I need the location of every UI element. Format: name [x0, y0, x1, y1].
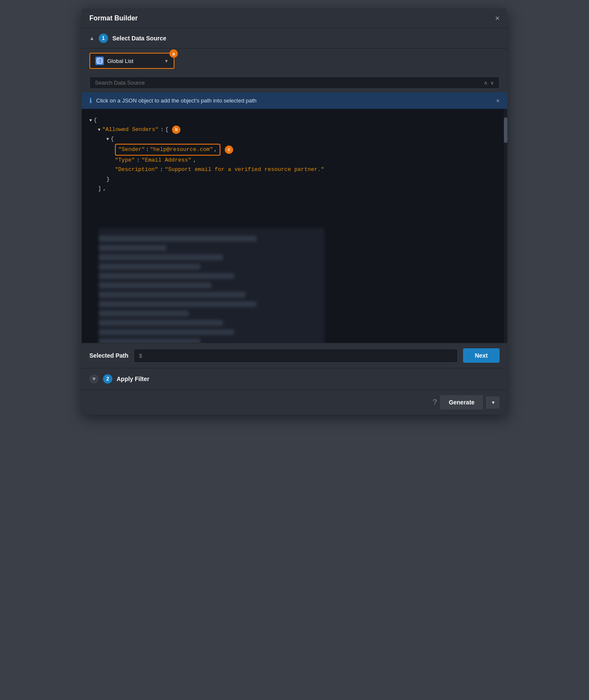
json-colon-allowed-senders: :: [160, 125, 164, 134]
global-list-icon: [95, 57, 104, 65]
collapse-allowed-senders-icon[interactable]: ▼: [98, 126, 100, 134]
json-key-sender: "Sender": [118, 145, 145, 154]
path-input[interactable]: [134, 349, 458, 363]
selected-path-footer: Selected Path Next: [82, 343, 507, 368]
json-line-description[interactable]: "Description" : "Support email for a ver…: [89, 165, 500, 174]
generate-button[interactable]: Generate: [440, 395, 483, 410]
search-area: ∧ ∨: [82, 73, 507, 92]
next-button[interactable]: Next: [463, 348, 500, 363]
search-bar: ∧ ∨: [89, 77, 500, 89]
section1-toggle[interactable]: ▲: [89, 35, 94, 41]
json-key-allowed-senders: "Allowed Senders": [102, 125, 159, 134]
section2-collapse-icon: ▼: [91, 376, 97, 382]
step2-badge: 2: [103, 374, 112, 384]
json-inner-bracket: {: [111, 134, 114, 144]
json-root-bracket: {: [94, 116, 97, 125]
json-line-close-inner: }: [89, 175, 500, 184]
badge-c: c: [225, 145, 233, 154]
dialog-title: Format Builder: [89, 14, 138, 22]
dropdown-arrow-icon: ▼: [164, 59, 169, 63]
generate-dropdown-button[interactable]: ▼: [486, 396, 500, 409]
json-colon-description: :: [160, 165, 163, 174]
section2-toggle[interactable]: ▼: [89, 374, 99, 384]
collapse-inner-icon[interactable]: ▼: [106, 136, 109, 143]
json-bracket-array-open: [: [165, 125, 169, 134]
json-comma-array: ,: [103, 184, 106, 193]
collapse-root-icon[interactable]: ▼: [89, 117, 92, 124]
json-key-type: "Type": [115, 156, 135, 165]
json-array-close-bracket: ]: [98, 184, 101, 193]
json-line-sender[interactable]: "Sender" : "help@resource.com" , c: [89, 144, 500, 156]
json-comma-type: ,: [193, 156, 197, 165]
dialog-footer: ? Generate ▼: [82, 390, 507, 415]
dialog-header: Format Builder ×: [82, 9, 507, 28]
badge-b: b: [172, 125, 180, 134]
blurred-content: [99, 228, 324, 343]
info-banner: ℹ Click on a JSON object to add the obje…: [82, 92, 507, 109]
search-input[interactable]: [95, 80, 484, 86]
dropdown-label: Global List: [107, 58, 161, 64]
format-builder-dialog: Format Builder × ▲ 1 Select Data Source …: [82, 9, 507, 415]
json-value-type: "Email Address": [142, 156, 192, 165]
json-inner-close-bracket: }: [106, 175, 110, 184]
step1-badge: 1: [99, 34, 108, 43]
section2-header: ▼ 2 Apply Filter: [82, 368, 507, 390]
dropdown-area: Global List ▼ a: [82, 48, 507, 73]
sender-highlight-box: "Sender" : "help@resource.com" ,: [115, 144, 220, 156]
section2-title: Apply Filter: [117, 376, 149, 382]
svg-rect-0: [97, 58, 102, 63]
json-colon-sender: :: [146, 145, 149, 154]
search-controls: ∧ ∨: [484, 80, 494, 86]
json-value-description: "Support email for a verified resource p…: [165, 165, 324, 174]
json-line-inner-object: ▼ {: [89, 134, 500, 144]
json-line-allowed-senders[interactable]: ▼ "Allowed Senders" : [ b: [89, 125, 500, 134]
json-scrollbar[interactable]: [504, 109, 507, 343]
json-key-description: "Description": [115, 165, 158, 174]
json-line-close-array: ] ,: [89, 184, 500, 193]
search-up-button[interactable]: ∧: [484, 80, 488, 86]
info-close-button[interactable]: ×: [496, 97, 500, 104]
json-value-sender: "help@resource.com": [150, 145, 213, 154]
badge-a: a: [169, 49, 178, 58]
help-button[interactable]: ?: [432, 398, 437, 407]
section1-header: ▲ 1 Select Data Source: [82, 28, 507, 48]
json-comma-sender: ,: [214, 145, 217, 154]
json-line-root: ▼ {: [89, 116, 500, 125]
scrollbar-thumb: [504, 117, 507, 143]
info-icon: ℹ: [89, 97, 92, 105]
json-line-type[interactable]: "Type" : "Email Address" ,: [89, 156, 500, 165]
json-colon-type: :: [137, 156, 140, 165]
data-source-dropdown[interactable]: Global List ▼ a: [89, 53, 174, 69]
dialog-close-button[interactable]: ×: [495, 14, 500, 22]
info-text: Click on a JSON object to add the object…: [96, 97, 492, 104]
search-down-button[interactable]: ∨: [490, 80, 494, 86]
json-viewer[interactable]: ▼ { ▼ "Allowed Senders" : [ b ▼ { "Sende…: [82, 109, 507, 343]
selected-path-label: Selected Path: [89, 352, 129, 359]
section1-title: Select Data Source: [112, 35, 166, 42]
